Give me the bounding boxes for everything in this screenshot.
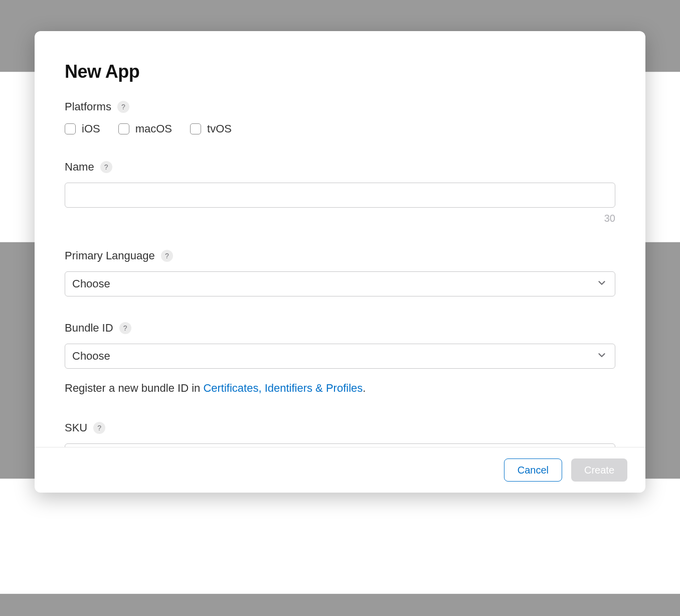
bundle-id-label: Bundle ID	[65, 322, 113, 335]
cancel-button[interactable]: Cancel	[504, 458, 562, 482]
checkbox-label: macOS	[135, 122, 172, 135]
modal-footer: Cancel Create	[35, 447, 645, 493]
bundle-id-select[interactable]: Choose	[65, 344, 615, 369]
help-icon[interactable]: ?	[93, 422, 105, 434]
new-app-modal: New App Platforms ? iOS macOS tvOS	[35, 31, 645, 493]
sku-label: SKU	[65, 421, 87, 434]
sku-label-row: SKU ?	[65, 421, 615, 434]
checkbox-ios[interactable]: iOS	[65, 122, 100, 135]
background-panel-bottom	[0, 479, 680, 594]
bundle-id-hint: Register a new bundle ID in Certificates…	[65, 380, 615, 396]
name-char-counter: 30	[65, 213, 615, 224]
help-icon[interactable]: ?	[100, 161, 112, 173]
checkbox-box	[190, 123, 201, 134]
primary-language-field: Primary Language ? Choose	[65, 249, 615, 296]
help-icon[interactable]: ?	[119, 322, 131, 334]
certificates-link[interactable]: Certificates, Identifiers & Profiles	[203, 382, 363, 394]
help-icon[interactable]: ?	[161, 250, 173, 262]
primary-language-label: Primary Language	[65, 249, 155, 262]
sku-field: SKU ?	[65, 421, 615, 447]
primary-language-label-row: Primary Language ?	[65, 249, 615, 262]
checkbox-box	[118, 123, 129, 134]
bundle-id-label-row: Bundle ID ?	[65, 322, 615, 335]
primary-language-select-wrapper: Choose	[65, 271, 615, 296]
select-value: Choose	[72, 277, 110, 290]
platforms-label: Platforms	[65, 100, 111, 113]
hint-prefix: Register a new bundle ID in	[65, 382, 203, 394]
hint-suffix: .	[363, 382, 366, 394]
platforms-checkbox-row: iOS macOS tvOS	[65, 122, 615, 135]
name-label-row: Name ?	[65, 161, 615, 174]
bundle-id-field: Bundle ID ? Choose Register a new bundle…	[65, 322, 615, 396]
checkbox-tvos[interactable]: tvOS	[190, 122, 232, 135]
platforms-label-row: Platforms ?	[65, 100, 615, 113]
create-button[interactable]: Create	[571, 458, 627, 482]
bundle-id-select-wrapper: Choose	[65, 344, 615, 369]
name-input[interactable]	[65, 183, 615, 208]
name-field: Name ? 30	[65, 161, 615, 224]
checkbox-label: iOS	[82, 122, 100, 135]
name-label: Name	[65, 161, 94, 174]
sku-input[interactable]	[65, 443, 615, 447]
select-value: Choose	[72, 350, 110, 363]
checkbox-label: tvOS	[207, 122, 232, 135]
primary-language-select[interactable]: Choose	[65, 271, 615, 296]
modal-title: New App	[65, 61, 615, 82]
checkbox-macos[interactable]: macOS	[118, 122, 172, 135]
modal-body: New App Platforms ? iOS macOS tvOS	[35, 31, 645, 447]
checkbox-box	[65, 123, 76, 134]
platforms-field: Platforms ? iOS macOS tvOS	[65, 100, 615, 135]
help-icon[interactable]: ?	[117, 101, 129, 113]
